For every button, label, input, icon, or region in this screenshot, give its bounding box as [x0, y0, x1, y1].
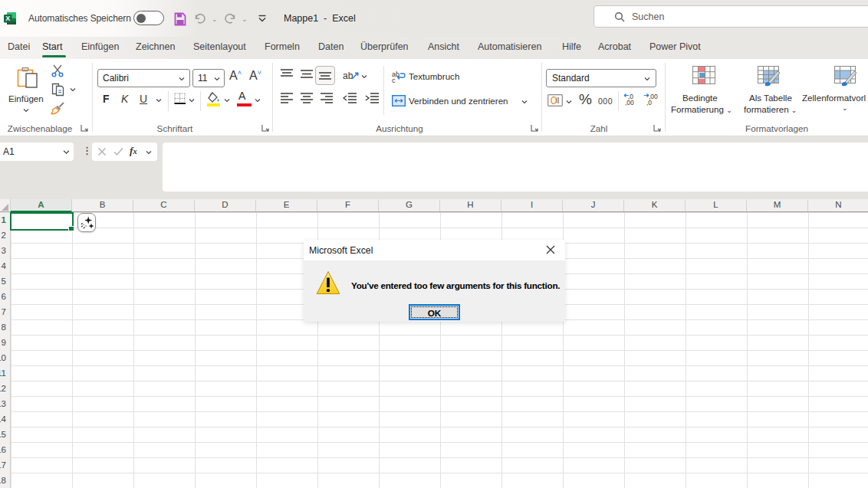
- svg-text:c: c: [392, 77, 396, 83]
- svg-text:ab: ab: [343, 70, 353, 81]
- svg-text:,0: ,0: [646, 99, 652, 106]
- svg-text:,00: ,00: [625, 99, 634, 106]
- svg-text:X: X: [5, 15, 10, 22]
